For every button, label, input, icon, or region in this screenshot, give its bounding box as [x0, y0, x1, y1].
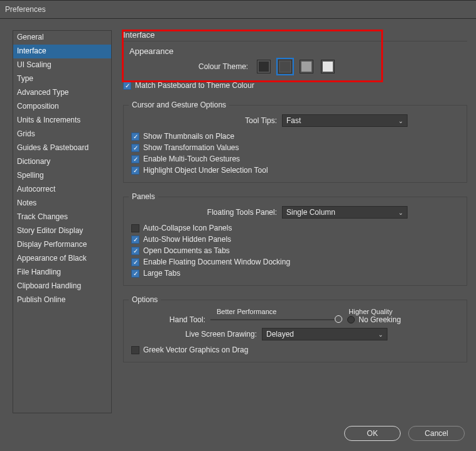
cursor-check-label-0: Show Thumbnails on Place: [143, 132, 234, 141]
cursor-check-checkbox-2[interactable]: ✓: [131, 155, 139, 163]
hand-tool-slider[interactable]: [210, 315, 342, 324]
panel-check-label-4: Large Tabs: [143, 269, 180, 278]
cancel-button[interactable]: Cancel: [408, 426, 465, 441]
options-legend: Options: [129, 295, 161, 304]
floating-label: Floating Tools Panel:: [131, 208, 277, 217]
chevron-down-icon: ⌄: [398, 117, 403, 124]
ok-button[interactable]: OK: [344, 426, 401, 441]
live-screen-select[interactable]: Delayed ⌄: [262, 328, 387, 340]
panel-check-checkbox-0[interactable]: [131, 224, 139, 232]
sidebar-item-interface[interactable]: Interface: [13, 45, 111, 58]
panel-check-checkbox-3[interactable]: ✓: [131, 258, 139, 266]
tooltips-label: Tool Tips:: [131, 116, 277, 125]
sidebar-item-type[interactable]: Type: [13, 72, 111, 86]
cursor-check-row-2: ✓Enable Multi-Touch Gestures: [131, 153, 459, 165]
sidebar-item-units-increments[interactable]: Units & Increments: [13, 114, 111, 128]
sidebar-item-story-editor-display[interactable]: Story Editor Display: [13, 224, 111, 238]
cursor-check-checkbox-3[interactable]: ✓: [131, 166, 139, 175]
sidebar-item-general[interactable]: General: [13, 31, 111, 45]
cursor-check-checkbox-1[interactable]: ✓: [131, 144, 139, 152]
tooltips-select[interactable]: Fast ⌄: [282, 114, 408, 127]
sidebar-item-guides-pasteboard[interactable]: Guides & Pasteboard: [13, 141, 111, 155]
main-panel: Interface Appearance Colour Theme: ✓ Mat…: [123, 30, 467, 413]
higher-quality-label: Higher Quality: [349, 308, 392, 315]
better-performance-label: Better Performance: [217, 308, 276, 315]
sidebar-item-publish-online[interactable]: Publish Online: [13, 293, 111, 307]
chevron-down-icon: ⌄: [378, 331, 383, 338]
greek-vector-label: Greek Vector Graphics on Drag: [143, 345, 248, 354]
panel-check-label-0: Auto-Collapse Icon Panels: [143, 224, 232, 232]
panels-group: Panels Floating Tools Panel: Single Colu…: [123, 197, 467, 286]
panel-check-row-3: ✓Enable Floating Document Window Docking: [131, 256, 459, 268]
match-pasteboard-label: Match Pasteboard to Theme Colour: [135, 81, 254, 90]
colour-theme-label: Colour Theme:: [198, 62, 248, 71]
sidebar-item-dictionary[interactable]: Dictionary: [13, 155, 111, 169]
cursor-group: Cursor and Gesture Options Tool Tips: Fa…: [123, 105, 467, 183]
panel-check-label-1: Auto-Show Hidden Panels: [143, 235, 231, 244]
no-greeking-label: No Greeking: [359, 315, 401, 324]
no-greeking-radio[interactable]: [347, 316, 355, 323]
panel-check-label-2: Open Documents as Tabs: [143, 246, 230, 255]
sidebar-item-autocorrect[interactable]: Autocorrect: [13, 183, 111, 197]
titlebar: Preferences: [0, 0, 476, 19]
category-sidebar: GeneralInterfaceUI ScalingTypeAdvanced T…: [13, 30, 112, 413]
sidebar-item-spelling[interactable]: Spelling: [13, 169, 111, 183]
match-pasteboard-checkbox[interactable]: ✓: [123, 82, 131, 90]
sidebar-item-grids[interactable]: Grids: [13, 128, 111, 141]
appearance-heading: Appearance: [123, 45, 467, 58]
colour-theme-swatch-2[interactable]: [300, 60, 313, 73]
colour-theme-swatch-3[interactable]: [321, 60, 335, 73]
cursor-check-row-0: ✓Show Thumbnails on Place: [131, 131, 459, 142]
hand-tool-label: Hand Tool:: [131, 315, 205, 324]
cursor-check-label-3: Highlight Object Under Selection Tool: [143, 166, 268, 175]
cursor-legend: Cursor and Gesture Options: [129, 101, 229, 109]
cursor-check-label-2: Enable Multi-Touch Gestures: [143, 155, 240, 163]
cursor-check-label-1: Show Transformation Values: [143, 143, 239, 152]
cursor-check-checkbox-0[interactable]: ✓: [131, 133, 139, 141]
live-screen-label: Live Screen Drawing:: [131, 330, 257, 339]
sidebar-item-appearance-of-black[interactable]: Appearance of Black: [13, 252, 111, 266]
interface-heading: Interface: [123, 30, 467, 41]
panel-check-row-4: ✓Large Tabs: [131, 268, 459, 279]
panel-check-row-2: ✓Open Documents as Tabs: [131, 245, 459, 256]
colour-theme-swatch-0[interactable]: [257, 60, 271, 73]
greek-vector-checkbox[interactable]: [131, 346, 139, 354]
window-title: Preferences: [5, 5, 46, 14]
sidebar-item-track-changes[interactable]: Track Changes: [13, 210, 111, 224]
sidebar-item-composition[interactable]: Composition: [13, 100, 111, 114]
colour-theme-swatch-1[interactable]: [278, 60, 292, 73]
panel-check-checkbox-1[interactable]: ✓: [131, 236, 139, 244]
panel-check-checkbox-4[interactable]: ✓: [131, 269, 139, 278]
sidebar-item-notes[interactable]: Notes: [13, 197, 111, 210]
sidebar-item-ui-scaling[interactable]: UI Scaling: [13, 58, 111, 72]
sidebar-item-file-handling[interactable]: File Handling: [13, 266, 111, 280]
panels-legend: Panels: [129, 192, 158, 201]
floating-value: Single Column: [286, 208, 335, 217]
panel-check-row-1: ✓Auto-Show Hidden Panels: [131, 234, 459, 245]
sidebar-item-advanced-type[interactable]: Advanced Type: [13, 86, 111, 100]
cursor-check-row-1: ✓Show Transformation Values: [131, 142, 459, 153]
panel-check-row-0: Auto-Collapse Icon Panels: [131, 222, 459, 234]
sidebar-item-clipboard-handling[interactable]: Clipboard Handling: [13, 280, 111, 293]
colour-theme-swatches: [257, 60, 335, 73]
options-group: Options Better Performance Higher Qualit…: [123, 300, 467, 362]
match-pasteboard-row: ✓ Match Pasteboard to Theme Colour: [123, 80, 467, 91]
sidebar-item-display-performance[interactable]: Display Performance: [13, 238, 111, 252]
floating-select[interactable]: Single Column ⌄: [282, 206, 408, 219]
preferences-window: Preferences GeneralInterfaceUI ScalingTy…: [0, 0, 476, 451]
interface-section: Interface Appearance Colour Theme: ✓ Mat…: [123, 30, 467, 91]
chevron-down-icon: ⌄: [398, 209, 403, 216]
tooltips-value: Fast: [286, 116, 301, 125]
cursor-check-row-3: ✓Highlight Object Under Selection Tool: [131, 165, 459, 176]
panel-check-label-3: Enable Floating Document Window Docking: [143, 258, 290, 266]
panel-check-checkbox-2[interactable]: ✓: [131, 247, 139, 255]
live-screen-value: Delayed: [266, 330, 294, 339]
